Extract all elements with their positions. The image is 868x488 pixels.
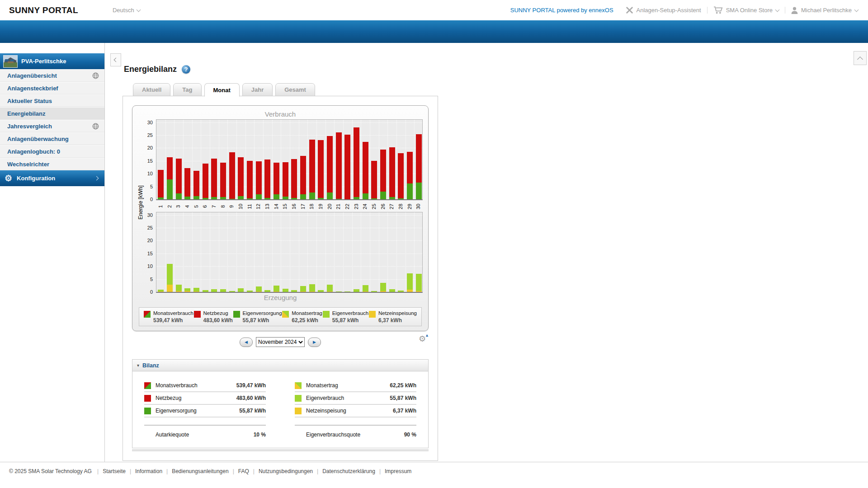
sidebar-collapse-button[interactable] [110, 53, 121, 66]
bar-eigenversorgung-day-17 [300, 194, 306, 199]
y-tick-label: 20 [147, 238, 153, 243]
bar-netzbezug-day-6 [203, 164, 208, 198]
nav-item-sma-online-store[interactable]: SMA Online Store [713, 6, 779, 14]
footer-link-bedienungsanleitungen[interactable]: Bedienungsanleitungen [172, 468, 228, 474]
bilanz-swatch-icon [144, 382, 151, 389]
powered-by-link[interactable]: SUNNY PORTAL powered by ennexOS [510, 7, 613, 14]
scroll-top-button[interactable] [854, 51, 867, 65]
day-label: 27 [389, 204, 394, 209]
tab-jahr[interactable]: Jahr [242, 83, 273, 96]
bar-eigenversorgung-day-13 [264, 198, 270, 199]
legend-value: 55,87 kWh [243, 317, 282, 324]
footer-link-faq[interactable]: FAQ [238, 468, 249, 474]
sidebar-item-anlagensteckbrief[interactable]: Anlagensteckbrief [0, 82, 104, 94]
day-label: 19 [318, 204, 323, 209]
previous-month-button[interactable]: ◀ [240, 338, 253, 347]
chart-settings-button[interactable]: ⚙ ▲ [419, 335, 429, 345]
plant-header[interactable]: PVA-Perlitschke [0, 53, 104, 69]
footer-link-startseite[interactable]: Startseite [103, 468, 126, 474]
vertical-gridline [165, 120, 166, 199]
bar-netzeinspeisung-day-1 [158, 291, 164, 292]
bar-eigenversorgung-day-5 [193, 196, 199, 199]
bar-eigenverbrauch-day-12 [256, 286, 262, 291]
footer-link-datenschutzerklärung[interactable]: Datenschutzerklärung [322, 468, 375, 474]
bilanz-row-monatsertrag: Monatsertrag62,25 kWh [295, 380, 416, 392]
sidebar-item-konfiguration[interactable]: ⚙ Konfiguration [0, 170, 104, 186]
chevron-down-icon [775, 7, 780, 12]
y-axis-ticks: 051015202530 [138, 119, 156, 200]
bar-eigenverbrauch-day-15 [283, 289, 288, 292]
footer-link-nutzungsbedingungen[interactable]: Nutzungsbedingungen [259, 468, 313, 474]
chart-legend: Monatsverbrauch539,47 kWhNetzbezug483,60… [139, 307, 422, 326]
vertical-gridline [290, 120, 290, 199]
tab-tag[interactable]: Tag [173, 83, 201, 96]
bar-eigenverbrauch-day-7 [211, 289, 217, 292]
legend-value: 539,47 kWh [153, 317, 193, 324]
footer-link-impressum[interactable]: Impressum [385, 468, 411, 474]
generation-chart: 051015202530 [138, 212, 423, 293]
bilanz-label: Eigenverbrauch [306, 395, 385, 401]
bar-eigenversorgung-day-9 [229, 199, 235, 199]
y-tick-label: 25 [147, 132, 153, 138]
bar-netzeinspeisung-day-3 [176, 291, 182, 292]
nav-item-anlagen-setup-assistent[interactable]: Anlagen-Setup-Assistent [626, 7, 701, 14]
next-month-button[interactable]: ▶ [308, 338, 321, 347]
horizontal-gridline [156, 122, 422, 123]
sidebar-item-aktueller-status[interactable]: Aktueller Status [0, 94, 104, 107]
sidebar-item-jahresvergleich[interactable]: Jahresvergleich [0, 120, 104, 132]
legend-label: Netzeinspeisung [378, 310, 417, 317]
bar-netzbezug-day-2 [167, 157, 173, 179]
bar-eigenversorgung-day-23 [354, 197, 359, 199]
legend-swatch-icon [194, 311, 201, 318]
sidebar-item-anlagenlogbuch-0[interactable]: Anlagenlogbuch: 0 [0, 145, 104, 158]
sidebar-item-anlagenüberwachung[interactable]: Anlagenüberwachung [0, 132, 104, 145]
sidebar-item-energiebilanz[interactable]: Energiebilanz [0, 107, 104, 120]
y-tick-label: 0 [150, 197, 153, 202]
vertical-gridline [326, 212, 326, 292]
y-tick-label: 10 [147, 263, 153, 269]
bilanz-header[interactable]: ▾ Bilanz [132, 359, 429, 371]
vertical-gridline [183, 120, 184, 199]
bar-eigenverbrauch-day-21 [336, 291, 342, 292]
y-tick-label: 30 [147, 120, 153, 125]
y-tick-label: 20 [147, 145, 153, 150]
footer-link-information[interactable]: Information [135, 468, 162, 474]
sidebar-item-label: Anlagenübersicht [7, 72, 57, 79]
bar-netzbezug-day-11 [247, 161, 253, 198]
day-label: 9 [229, 205, 234, 208]
bilanz-label: Monatsverbrauch [156, 382, 232, 389]
bar-eigenverbrauch-day-20 [327, 285, 333, 291]
vertical-gridline [361, 212, 361, 292]
bar-eigenversorgung-day-27 [389, 197, 395, 199]
bar-netzbezug-day-10 [238, 157, 244, 196]
vertical-gridline [307, 120, 308, 199]
vertical-gridline [263, 120, 264, 199]
card-bottom-strip [132, 449, 429, 451]
period-tabs: AktuellTagMonatJahrGesamt [133, 83, 868, 96]
bar-netzbezug-day-14 [274, 163, 279, 194]
tab-monat[interactable]: Monat [204, 83, 240, 97]
tab-gesamt[interactable]: Gesamt [275, 83, 315, 96]
chart-title-verbrauch: Verbrauch [138, 109, 423, 119]
legend-swatch-icon [144, 311, 151, 318]
help-icon[interactable]: ? [182, 65, 190, 74]
bar-eigenversorgung-day-15 [283, 197, 288, 199]
bar-eigenverbrauch-day-24 [363, 285, 368, 291]
bar-netzbezug-day-12 [256, 161, 262, 194]
tab-aktuell[interactable]: Aktuell [133, 83, 170, 96]
bar-eigenverbrauch-day-2 [167, 264, 173, 284]
sidebar-item-anlagenübersicht[interactable]: Anlagenübersicht [0, 69, 104, 82]
bar-netzbezug-day-13 [264, 160, 270, 198]
y-tick-label: 30 [147, 212, 153, 218]
language-selector[interactable]: Deutsch [113, 7, 140, 14]
month-select[interactable]: November 2024 [256, 337, 305, 347]
nav-item-michael-perlitschke[interactable]: Michael Perlitschke [791, 7, 858, 14]
bar-eigenversorgung-day-28 [398, 198, 404, 199]
bar-eigenversorgung-day-26 [380, 192, 386, 199]
legend-item-netzbezug: Netzbezug483,60 kWh [194, 310, 233, 324]
bar-netzbezug-day-30 [416, 134, 422, 183]
sidebar-item-wechselrichter[interactable]: Wechselrichter [0, 158, 104, 170]
bar-netzeinspeisung-day-20 [327, 291, 333, 292]
bar-eigenverbrauch-day-26 [380, 283, 386, 291]
vertical-gridline [361, 120, 361, 199]
